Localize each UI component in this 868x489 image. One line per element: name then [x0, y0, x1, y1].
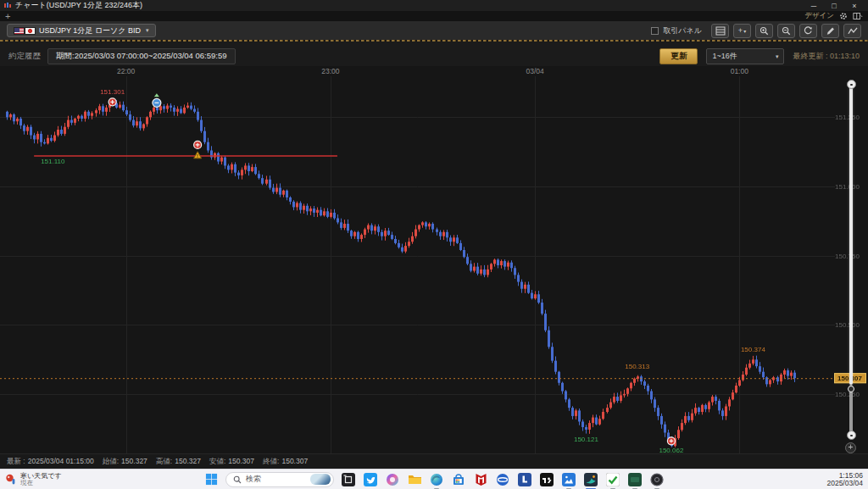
instrument-label: USD/JPY 1分足 ローソク BID [39, 25, 141, 36]
candlestick-chart[interactable] [0, 76, 868, 453]
status-close: 終値:150.307 [263, 457, 308, 467]
screenshot-icon[interactable] [341, 472, 356, 487]
add-indicator-button[interactable]: +▾ [733, 24, 751, 38]
page-range-select[interactable]: 1~16件 ▾ [706, 48, 784, 64]
period-field[interactable]: 期間:2025/03/03 07:00:00~2025/03/04 06:59:… [47, 48, 236, 64]
status-bar: 最新 :2025/03/04 01:15:00 始値:150.327 高値:15… [0, 453, 868, 469]
page-range-value: 1~16件 [712, 51, 737, 62]
current-price-knob[interactable] [848, 386, 854, 392]
design-label[interactable]: デザイン [804, 11, 834, 21]
search-icon [233, 475, 242, 484]
draw-pencil-button[interactable] [821, 24, 839, 38]
weather-widget[interactable]: 寒い天気です 現在 [5, 473, 175, 486]
menu-strip: + デザイン [0, 11, 868, 21]
tradingview-icon[interactable] [539, 472, 554, 487]
status-latest: 最新 :2025/03/04 01:15:00 [7, 457, 94, 467]
green-check-icon[interactable] [605, 472, 620, 487]
photos-icon[interactable] [561, 472, 576, 487]
edge-icon[interactable] [429, 472, 444, 487]
time-label: 23:00 [316, 67, 345, 75]
trading-app-window: チャート(USD/JPY 1分足 232/246本) ─ □ × + デザイン … [0, 0, 868, 489]
layout-icon[interactable] [853, 12, 863, 20]
windows-start-button[interactable] [203, 472, 219, 487]
search-placeholder: 検索 [246, 474, 306, 485]
explorer-icon[interactable] [407, 472, 422, 487]
taskbar-clock[interactable]: 1:15:06 2025/03/04 [693, 472, 863, 487]
maximize-button[interactable]: □ [824, 2, 844, 10]
jp-flag-icon [25, 27, 36, 35]
clock-date: 2025/03/04 [826, 480, 863, 487]
status-high: 高値:150.327 [156, 457, 201, 467]
time-label: 01:00 [725, 67, 754, 75]
zoom-out-button[interactable] [777, 24, 795, 38]
us-flag-icon [14, 27, 25, 35]
search-highlight-chip[interactable] [310, 474, 331, 485]
history-label: 約定履歴 [8, 51, 41, 62]
zoom-plus-button[interactable]: + [845, 442, 856, 453]
time-axis: 22:0023:0003/0401:00 [0, 66, 868, 76]
status-open: 始値:150.327 [103, 457, 147, 467]
app-icon [3, 2, 12, 9]
minimize-button[interactable]: ─ [804, 2, 824, 10]
line-l-icon[interactable] [517, 472, 532, 487]
scrollbar-track[interactable] [849, 85, 853, 385]
chart-area: 22:0023:0003/0401:00 + [0, 66, 868, 453]
trade-panel-checkbox[interactable] [651, 27, 659, 35]
price-scrollbar[interactable] [846, 78, 856, 442]
mt-trader-icon[interactable] [583, 472, 598, 487]
search-input[interactable]: 検索 [225, 472, 334, 487]
copilot-icon[interactable] [385, 472, 400, 487]
zoom-in-button[interactable] [755, 24, 773, 38]
store-icon[interactable] [451, 472, 466, 487]
twitter-icon[interactable] [363, 472, 378, 487]
scrollbar-top-knob[interactable] [847, 80, 856, 89]
blue-ball-icon[interactable] [495, 472, 510, 487]
window-title: チャート(USD/JPY 1分足 232/246本) [15, 0, 142, 11]
instrument-selector[interactable]: USD/JPY 1分足 ローソク BID ▾ [7, 24, 156, 37]
panel-layout-button[interactable] [711, 24, 729, 38]
time-label: 03/04 [520, 67, 549, 75]
weather-subtext: 現在 [20, 480, 62, 486]
weather-icon [5, 474, 17, 486]
move-handle-icon[interactable]: + [5, 12, 10, 20]
gear-icon[interactable] [839, 12, 848, 20]
mcafee-icon[interactable] [473, 472, 488, 487]
taskbar: 寒い天気です 現在 検索 1:15:06 2025/03/04 [0, 469, 868, 489]
dark-circle-icon[interactable] [649, 472, 665, 487]
chart-toolbar: USD/JPY 1分足 ローソク BID ▾ 取引パネル +▾ [0, 21, 868, 40]
status-low: 安値:150.307 [209, 457, 254, 467]
title-bar: チャート(USD/JPY 1分足 232/246本) ─ □ × [0, 0, 868, 11]
scrollbar-bottom-knob[interactable] [847, 431, 856, 440]
close-button[interactable]: × [844, 2, 865, 10]
time-label: 22:00 [112, 67, 141, 75]
trade-panel-label: 取引パネル [663, 25, 702, 36]
refresh-button[interactable]: 更新 [659, 48, 698, 64]
last-update-label: 最終更新 : 01:13:10 [793, 51, 860, 62]
chevron-down-icon: ▾ [146, 27, 149, 34]
refresh-button-icon[interactable] [799, 24, 817, 38]
chevron-down-icon: ▾ [776, 53, 779, 60]
zigzag-indicator-button[interactable] [843, 24, 861, 38]
green-tile-icon[interactable] [627, 472, 643, 487]
filter-bar: 約定履歴 期間:2025/03/03 07:00:00~2025/03/04 0… [0, 42, 868, 66]
